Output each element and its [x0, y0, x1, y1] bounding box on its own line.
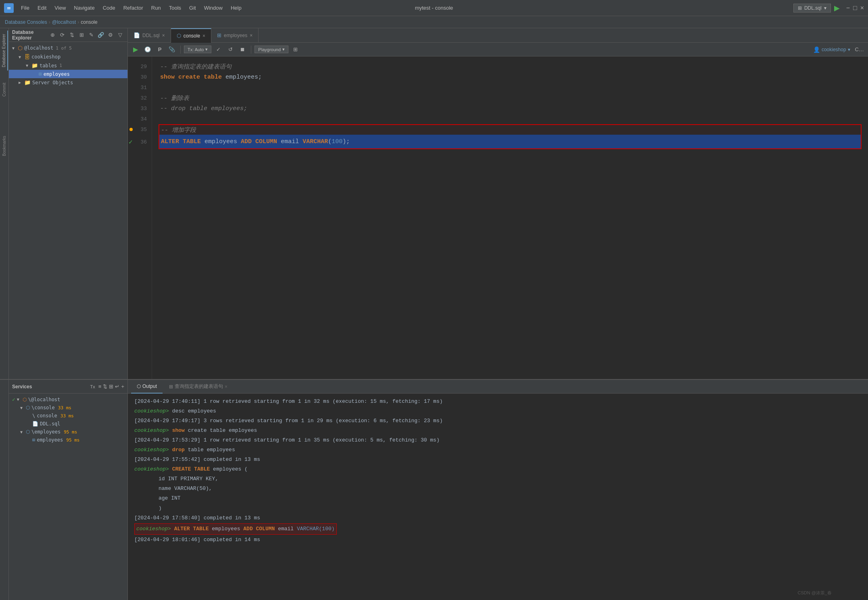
menu-edit[interactable]: Edit: [33, 3, 50, 12]
employees-tab-icon: ⊞: [217, 32, 221, 38]
stop-btn[interactable]: ⏹: [237, 44, 248, 55]
left-tab-bookmark[interactable]: Bookmarks: [1, 133, 8, 159]
tree-item-cookieshop[interactable]: ▼ 🗄 cookieshop: [9, 52, 127, 61]
tab-employees[interactable]: ⊞ employees ×: [211, 28, 259, 43]
code-line-34[interactable]: [159, 114, 862, 124]
sidebar-icon-edit[interactable]: ✎: [87, 31, 95, 39]
code-line-36[interactable]: ALTER TABLE employees ADD COLUMN email V…: [159, 135, 862, 149]
line-num-35: 35: [128, 124, 152, 135]
svc-console-group[interactable]: ▼ ⬡ \console 33 ms: [9, 404, 127, 412]
menu-refactor[interactable]: Refactor: [119, 3, 147, 12]
services-return-btn[interactable]: ↵: [115, 383, 119, 390]
tree-item-tables[interactable]: ▼ 📁 tables 1: [9, 61, 127, 70]
rollback-btn[interactable]: ↺: [225, 44, 236, 55]
menu-help[interactable]: Help: [227, 3, 246, 12]
run-btn[interactable]: ▶: [834, 4, 840, 12]
orange-dot-indicator: [129, 128, 133, 131]
menu-file[interactable]: File: [17, 3, 33, 12]
ddl-tab-icon: 📄: [134, 32, 140, 38]
toolbar-sep2: [251, 46, 251, 54]
svc-ddl[interactable]: 📄 DDL.sql: [9, 420, 127, 428]
out-line-3: [2024-04-29 17:49:17] 3 rows retrieved s…: [134, 416, 862, 426]
tree-item-server-objects[interactable]: ▶ 📁 Server Objects: [9, 78, 127, 87]
sidebar-icon-sync[interactable]: ⟳: [58, 31, 66, 39]
close-icon[interactable]: ×: [860, 4, 864, 12]
output-tab-output[interactable]: ⬡ Output: [131, 380, 163, 394]
code-line-33[interactable]: -- drop table employees;: [159, 103, 862, 114]
menu-git[interactable]: Git: [185, 3, 200, 12]
sidebar-icon-new[interactable]: ⊕: [48, 31, 56, 39]
query-tab-label: 查询指定表的建表语句: [175, 383, 223, 390]
employees-tab-close[interactable]: ×: [250, 33, 252, 38]
sidebar-icon-table[interactable]: ⊞: [77, 31, 86, 39]
line-num-32: 32: [128, 93, 152, 103]
sidebar-icon-settings[interactable]: ⚙: [106, 31, 115, 39]
output-icon: ⬡: [137, 383, 141, 389]
pin-btn[interactable]: P: [154, 44, 165, 55]
svc-console-badge: 33 ms: [58, 405, 71, 410]
console-tab-icon: ⬡: [177, 33, 181, 39]
history-btn[interactable]: 🕐: [142, 44, 153, 55]
tab-console[interactable]: ⬡ console ×: [171, 28, 211, 43]
menu-window[interactable]: Window: [200, 3, 227, 12]
green-check-icon: ✓: [129, 138, 133, 146]
breadcrumb-db-consoles[interactable]: Database Consoles: [5, 19, 47, 25]
services-tx-btn[interactable]: Tx: [89, 383, 97, 390]
sidebar-icon-link[interactable]: 🔗: [97, 31, 105, 39]
commit-btn[interactable]: ✓: [213, 44, 223, 55]
svc-console-item[interactable]: \ console 33 ms: [9, 412, 127, 420]
attach-btn[interactable]: 📎: [167, 44, 177, 55]
run-query-btn[interactable]: ▶: [130, 44, 141, 55]
tx-dropdown[interactable]: Tx: Auto▾: [184, 46, 211, 53]
out-line-6: cookieshop> drop table employees: [134, 445, 862, 455]
tables-label: tables: [40, 63, 57, 69]
services-add-btn[interactable]: +: [121, 383, 124, 390]
sidebar-icon-filter[interactable]: ▽: [116, 31, 124, 39]
services-title: Services: [12, 384, 87, 390]
tree-item-localhost[interactable]: ▼ ⬡ @localhost 1 of 5: [9, 44, 127, 52]
out-line-15: [2024-04-29 18:01:46] completed in 14 ms: [134, 535, 862, 545]
minimize-icon[interactable]: −: [846, 4, 850, 12]
out-line-14: cookieshop> ALTER TABLE employees ADD CO…: [134, 523, 337, 535]
code-line-32[interactable]: -- 删除表: [159, 93, 862, 103]
breadcrumb-localhost[interactable]: @localhost: [52, 19, 76, 25]
menu-tools[interactable]: Tools: [165, 3, 185, 12]
menu-navigate[interactable]: Navigate: [70, 3, 98, 12]
menu-run[interactable]: Run: [147, 3, 165, 12]
services-list-btn[interactable]: ≡: [98, 383, 102, 390]
output-tab-query[interactable]: ⊞ 查询指定表的建表语句 ×: [163, 380, 233, 394]
code-line-29[interactable]: -- 查询指定表的建表语句: [159, 61, 862, 72]
ddl-tab-close[interactable]: ×: [162, 33, 165, 38]
more-btn[interactable]: C…: [853, 45, 866, 54]
code-line-31[interactable]: [159, 82, 862, 93]
user-dropdown[interactable]: 👤 cookieshop ▾: [813, 46, 850, 53]
app-logo: [4, 3, 14, 13]
svc-employees-item-label: employees: [37, 437, 63, 443]
ddl-dropdown[interactable]: ⊞DDL.sql▾: [793, 4, 831, 12]
out-line-11: age INT: [134, 494, 862, 503]
left-tab-db[interactable]: Database Explorer: [0, 31, 8, 71]
code-line-35[interactable]: -- 增加字段: [159, 124, 862, 135]
menu-view[interactable]: View: [50, 3, 70, 12]
tree-item-employees[interactable]: ⊞ employees: [9, 70, 127, 78]
tab-ddl-sql[interactable]: 📄 DDL.sql ×: [128, 28, 171, 43]
left-tab-commit[interactable]: Commit: [1, 79, 8, 100]
menu-code[interactable]: Code: [99, 3, 119, 12]
services-sort-btn[interactable]: ⇅: [103, 383, 107, 390]
output-tab-label: Output: [142, 383, 157, 389]
svc-employees-item[interactable]: ⊞ employees 95 ms: [9, 436, 127, 444]
playground-dropdown[interactable]: Playground▾: [255, 46, 288, 53]
localhost-label: @localhost: [24, 45, 53, 51]
code-line-30[interactable]: show create table employees;: [159, 72, 862, 82]
maximize-icon[interactable]: □: [853, 4, 857, 12]
localhost-badge: 1 of 5: [56, 46, 72, 51]
services-grid-btn[interactable]: ⊞: [109, 383, 113, 390]
svc-employees-group[interactable]: ▼ ⬡ \employees 95 ms: [9, 428, 127, 436]
sidebar-icon-sort[interactable]: ⇅: [68, 31, 76, 39]
svc-localhost[interactable]: ✓ ▼ ⬡ \@localhost: [9, 395, 127, 404]
console-tab-close[interactable]: ×: [202, 33, 205, 39]
grid-view-btn[interactable]: ⊞: [290, 44, 300, 55]
ddl-tab-label: DDL.sql: [142, 33, 160, 38]
query-tab-icon: ⊞: [169, 384, 173, 390]
query-tab-close[interactable]: ×: [225, 384, 227, 390]
